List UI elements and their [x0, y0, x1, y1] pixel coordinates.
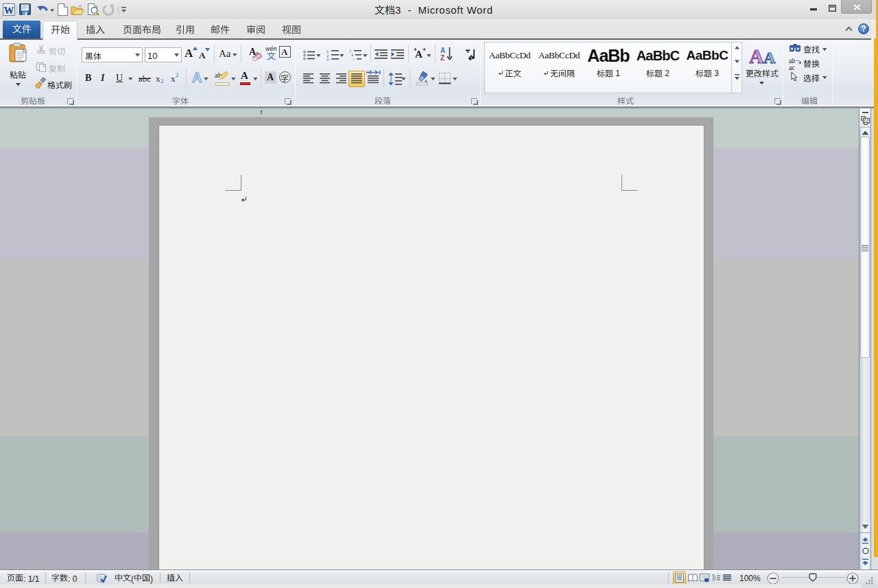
svg-text:A: A	[440, 47, 445, 54]
svg-text:i: i	[353, 57, 354, 61]
svg-text:A: A	[415, 49, 423, 60]
svg-text:Z: Z	[440, 54, 444, 61]
svg-text:3: 3	[327, 58, 329, 62]
svg-text:A: A	[763, 49, 776, 67]
svg-text:A: A	[749, 45, 764, 67]
svg-text:A: A	[192, 70, 202, 85]
